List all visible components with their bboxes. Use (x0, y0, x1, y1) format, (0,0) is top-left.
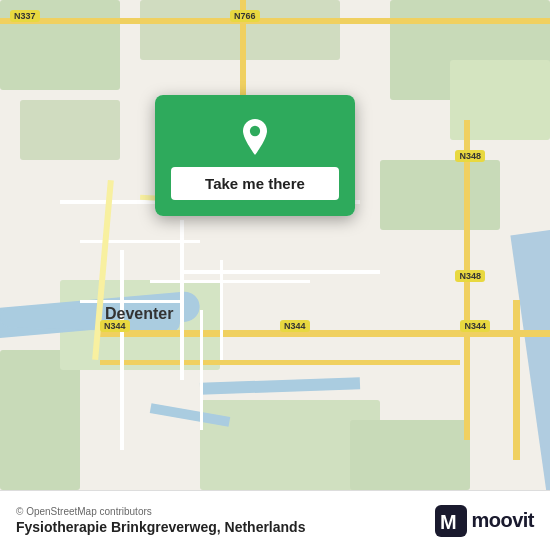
popup-card: Take me there (155, 95, 355, 216)
bottom-bar: © OpenStreetMap contributors Fysiotherap… (0, 490, 550, 550)
road-n344-right (513, 300, 520, 460)
location-pin-icon (237, 119, 273, 155)
road-label-n337: N337 (10, 10, 40, 22)
svg-point-0 (250, 126, 260, 136)
local-road (220, 260, 223, 360)
map-container[interactable]: N337 N766 N344 N344 N344 N348 N348 Deven… (0, 0, 550, 490)
local-road (150, 280, 310, 283)
road-n344b (100, 360, 460, 365)
road-label-n348-top: N348 (455, 150, 485, 162)
green-area (0, 350, 80, 490)
bottom-left-info: © OpenStreetMap contributors Fysiotherap… (16, 506, 305, 535)
road-label-n348-bot: N348 (455, 270, 485, 282)
local-road (80, 240, 200, 243)
svg-text:M: M (440, 511, 457, 533)
location-name: Fysiotherapie Brinkgreverweg, Netherland… (16, 519, 305, 535)
road-label-n344-right: N344 (460, 320, 490, 332)
city-label: Deventer (105, 305, 173, 323)
road-label-n766: N766 (230, 10, 260, 22)
green-area (380, 160, 500, 230)
moovit-text: moovit (471, 509, 534, 532)
local-road (180, 220, 184, 380)
local-road (120, 250, 124, 450)
take-me-there-button[interactable]: Take me there (171, 167, 339, 200)
road-label-n344-mid: N344 (280, 320, 310, 332)
local-road (80, 300, 180, 303)
popup-green-section: Take me there (155, 95, 355, 216)
green-area (350, 420, 470, 490)
local-road (180, 270, 380, 274)
osm-credit: © OpenStreetMap contributors (16, 506, 305, 517)
green-area (20, 100, 120, 160)
road-n337 (0, 18, 550, 24)
moovit-logo: M moovit (435, 505, 534, 537)
moovit-icon: M (435, 505, 467, 537)
local-road (200, 310, 203, 430)
